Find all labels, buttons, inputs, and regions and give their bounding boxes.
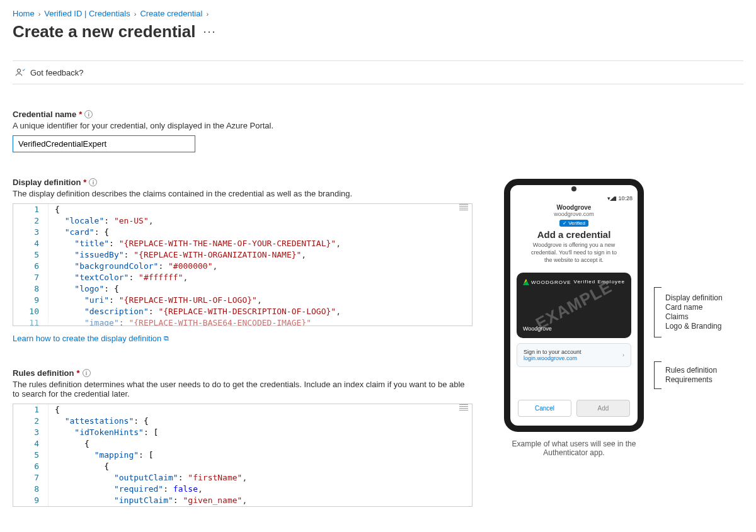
rules-definition-hint: The rules definition determines what the…: [13, 380, 472, 399]
rules-definition-label: Rules definition: [13, 368, 74, 378]
card-brand: WOODGROVE: [523, 279, 571, 285]
chevron-right-icon: ›: [134, 10, 137, 18]
rules-definition-editor[interactable]: 1{ 2 "attestations": { 3 "idTokenHints":…: [13, 404, 472, 507]
verified-chip: ✓ Verified: [559, 220, 588, 227]
display-definition-editor[interactable]: 1{ 2 "locale": "en-US", 3 "card": { 4 "t…: [13, 203, 472, 326]
signal-icon: ▾◢▮: [607, 195, 616, 201]
feedback-bar[interactable]: Got feedback?: [13, 60, 743, 84]
chevron-right-icon: ›: [622, 352, 624, 358]
feedback-label: Got feedback?: [30, 68, 84, 77]
breadcrumb-create[interactable]: Create credential: [140, 9, 202, 18]
credential-name-hint: A unique identifier for your credential,…: [13, 121, 472, 130]
credential-name-input[interactable]: [13, 135, 195, 152]
resize-handle-icon[interactable]: [459, 204, 468, 210]
required-marker: *: [77, 368, 80, 378]
info-icon[interactable]: i: [83, 369, 91, 377]
phone-card-title: Add a credential: [515, 229, 633, 240]
phone-cancel-button: Cancel: [518, 400, 571, 417]
card-company: Woodgrove: [523, 325, 552, 332]
phone-status-bar: ▾◢▮ 10:28: [510, 194, 638, 203]
annot-claims: Claims: [665, 312, 723, 322]
annot-display-definition: Display definition: [665, 293, 723, 303]
required-marker: *: [79, 110, 82, 119]
signin-link: login.woodgrove.com: [524, 355, 581, 361]
svg-point-0: [17, 69, 20, 72]
display-definition-hint: The display definition describes the cla…: [13, 189, 472, 198]
page-title: Create a new credential ···: [13, 22, 743, 42]
phone-credential-card: EXAMPLE WOODGROVE Verified Employee Wood…: [517, 273, 631, 338]
feedback-icon: [15, 67, 25, 77]
display-definition-label: Display definition: [13, 178, 81, 187]
credential-name-label: Credential name: [13, 110, 76, 119]
annot-rules-definition: Rules definition: [665, 366, 717, 375]
chevron-right-icon: ›: [206, 10, 209, 18]
card-type: Verified Employee: [574, 279, 625, 285]
annotations: Display definition Card name Claims Logo…: [654, 179, 723, 389]
breadcrumb-home[interactable]: Home: [13, 9, 35, 18]
rules-definition-field: Rules definition * i The rules definitio…: [13, 368, 472, 507]
phone-camera-dot: [571, 186, 576, 191]
phone-card-subtitle: Woodgrove is offering you a new credenti…: [515, 241, 633, 264]
info-icon[interactable]: i: [84, 110, 93, 118]
required-marker: *: [83, 178, 86, 187]
woodgrove-logo-icon: [523, 279, 529, 285]
signin-title: Sign in to your account: [524, 349, 581, 355]
resize-handle-icon[interactable]: [459, 404, 468, 410]
more-actions-button[interactable]: ···: [203, 25, 216, 38]
example-preview: ▾◢▮ 10:28 Woodgrove woodgrove.com ✓ Veri…: [504, 84, 743, 507]
credential-name-field: Credential name * i A unique identifier …: [13, 110, 472, 152]
phone-company: Woodgrove: [515, 204, 633, 211]
phone-domain: woodgrove.com: [515, 211, 633, 217]
breadcrumb: Home › Verified ID | Credentials › Creat…: [13, 9, 743, 18]
phone-time: 10:28: [618, 195, 633, 201]
annot-requirements: Requirements: [665, 375, 717, 385]
learn-display-definition-link[interactable]: Learn how to create the display definiti…: [13, 334, 169, 343]
phone-signin-box: Sign in to your account login.woodgrove.…: [517, 343, 631, 367]
annot-card-name: Card name: [665, 303, 723, 312]
phone-mockup: ▾◢▮ 10:28 Woodgrove woodgrove.com ✓ Veri…: [504, 179, 644, 432]
preview-caption: Example of what users will see in the Au…: [504, 439, 644, 457]
chevron-right-icon: ›: [38, 10, 41, 18]
page-title-text: Create a new credential: [13, 22, 195, 42]
breadcrumb-verified[interactable]: Verified ID | Credentials: [44, 9, 130, 18]
display-definition-field: Display definition * i The display defin…: [13, 178, 472, 343]
annot-logo-branding: Logo & Branding: [665, 322, 723, 331]
external-link-icon: ⧉: [164, 334, 169, 342]
phone-add-button: Add: [576, 400, 630, 417]
info-icon[interactable]: i: [89, 178, 97, 186]
